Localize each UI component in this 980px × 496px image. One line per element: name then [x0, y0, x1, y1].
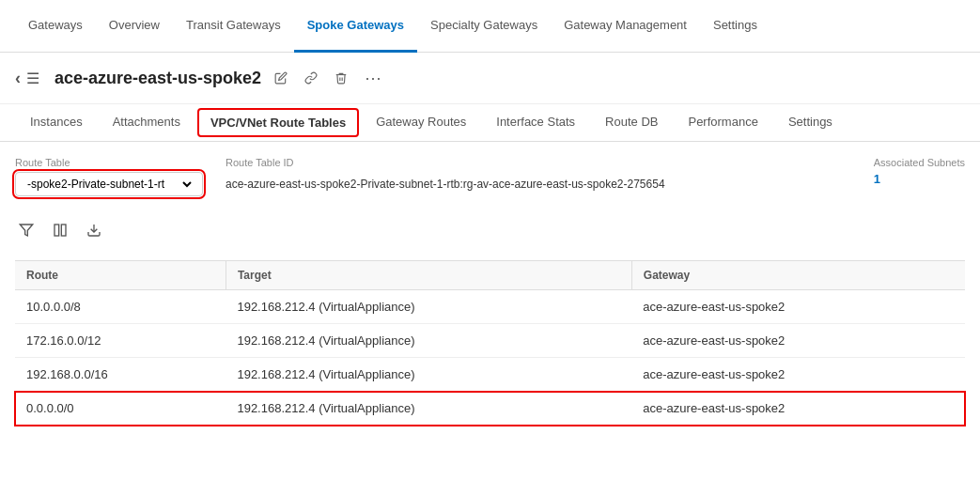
svg-rect-2: [61, 225, 66, 236]
tab-gateway-routes[interactable]: Gateway Routes: [361, 105, 481, 141]
column-target: Target: [226, 261, 631, 290]
column-route: Route: [15, 261, 226, 290]
nav-item-spoke-gateways[interactable]: Spoke Gateways: [294, 0, 417, 53]
cell-gateway: ace-azure-east-us-spoke2: [631, 290, 965, 324]
nav-item-transit-gateways[interactable]: Transit Gateways: [173, 0, 294, 53]
gateway-title: ace-azure-east-us-spoke2: [54, 69, 261, 88]
more-options-button[interactable]: ⋯: [361, 64, 386, 92]
nav-item-gateways[interactable]: Gateways: [15, 0, 96, 53]
route-table-id-value: ace-azure-east-us-spoke2-Private-subnet-…: [226, 172, 851, 196]
nav-item-gateway-management[interactable]: Gateway Management: [551, 0, 700, 53]
svg-marker-0: [20, 225, 32, 236]
table-row[interactable]: 10.0.0.0/8192.168.212.4 (VirtualApplianc…: [15, 290, 965, 324]
sub-header: ‹ ☰ ace-azure-east-us-spoke2 ⋯: [0, 53, 980, 104]
content-area: Route Table -spoke2-Private-subnet-1-rt …: [0, 142, 980, 441]
svg-rect-1: [54, 225, 59, 236]
back-button[interactable]: ‹ ☰: [15, 69, 39, 88]
cell-route: 192.168.0.0/16: [15, 358, 226, 392]
tab-bar: InstancesAttachmentsVPC/VNet Route Table…: [0, 104, 980, 142]
tab-performance[interactable]: Performance: [673, 105, 772, 141]
route-table-select[interactable]: -spoke2-Private-subnet-1-rt: [23, 177, 194, 192]
cell-target: 192.168.212.4 (VirtualAppliance): [226, 290, 631, 324]
top-navigation: GatewaysOverviewTransit GatewaysSpoke Ga…: [0, 0, 980, 53]
associated-subnets-label: Associated Subnets: [874, 157, 965, 168]
cell-gateway: ace-azure-east-us-spoke2: [631, 324, 965, 358]
route-table-id-field: Route Table ID ace-azure-east-us-spoke2-…: [226, 157, 851, 196]
cell-route: 0.0.0.0/0: [15, 392, 226, 426]
table-toolbar: [15, 211, 965, 253]
list-icon: ☰: [26, 70, 39, 87]
nav-item-overview[interactable]: Overview: [96, 0, 173, 53]
cell-gateway: ace-azure-east-us-spoke2: [631, 392, 965, 426]
cell-target: 192.168.212.4 (VirtualAppliance): [226, 358, 631, 392]
tab-vpc-vnet-route-tables[interactable]: VPC/VNet Route Tables: [197, 108, 359, 137]
cell-gateway: ace-azure-east-us-spoke2: [631, 358, 965, 392]
table-row[interactable]: 192.168.0.0/16192.168.212.4 (VirtualAppl…: [15, 358, 965, 392]
cell-target: 192.168.212.4 (VirtualAppliance): [226, 324, 631, 358]
chevron-left-icon: ‹: [15, 69, 21, 88]
delete-button[interactable]: [331, 68, 351, 88]
cell-route: 10.0.0.0/8: [15, 290, 226, 324]
nav-item-settings[interactable]: Settings: [700, 0, 770, 53]
route-table-field: Route Table -spoke2-Private-subnet-1-rt: [15, 157, 203, 196]
tab-instances[interactable]: Instances: [15, 105, 98, 141]
associated-subnets-field: Associated Subnets 1: [874, 157, 965, 186]
filter-icon[interactable]: [15, 219, 38, 245]
tab-route-db[interactable]: Route DB: [590, 105, 673, 141]
cell-route: 172.16.0.0/12: [15, 324, 226, 358]
table-row[interactable]: 172.16.0.0/12192.168.212.4 (VirtualAppli…: [15, 324, 965, 358]
tab-attachments[interactable]: Attachments: [98, 105, 195, 141]
tab-interface-stats[interactable]: Interface Stats: [481, 105, 590, 141]
associated-subnets-value[interactable]: 1: [874, 172, 965, 186]
columns-icon[interactable]: [49, 219, 71, 245]
download-icon[interactable]: [83, 219, 105, 245]
route-table-select-wrapper[interactable]: -spoke2-Private-subnet-1-rt: [15, 172, 203, 196]
edit-button[interactable]: [271, 68, 291, 88]
cell-target: 192.168.212.4 (VirtualAppliance): [226, 392, 631, 426]
column-gateway: Gateway: [631, 261, 965, 290]
table-row[interactable]: 0.0.0.0/0192.168.212.4 (VirtualAppliance…: [15, 392, 965, 426]
route-table-row: Route Table -spoke2-Private-subnet-1-rt …: [15, 157, 965, 196]
routes-table: Route Target Gateway 10.0.0.0/8192.168.2…: [15, 260, 965, 426]
link-button[interactable]: [301, 68, 321, 88]
nav-item-specialty-gateways[interactable]: Specialty Gateways: [417, 0, 551, 53]
route-table-id-label: Route Table ID: [226, 157, 851, 168]
tab-settings[interactable]: Settings: [773, 105, 848, 141]
route-table-label: Route Table: [15, 157, 203, 168]
